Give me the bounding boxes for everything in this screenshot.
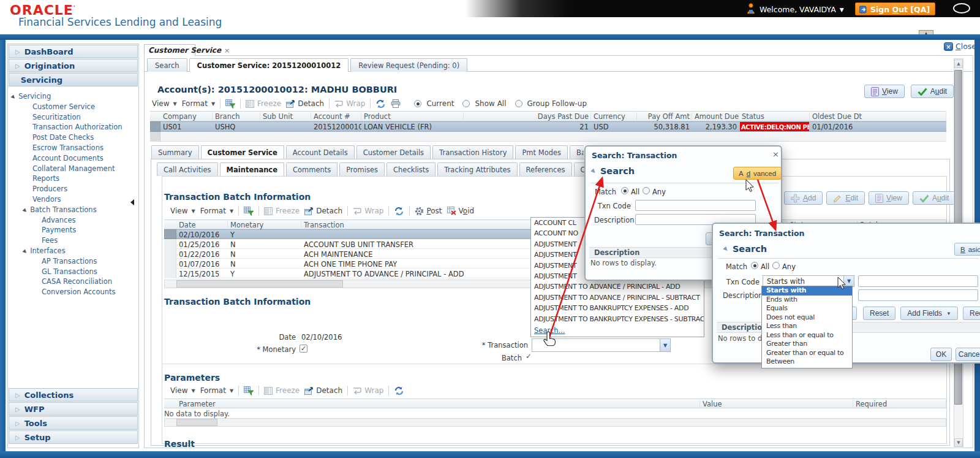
ok-button[interactable]: OK xyxy=(930,348,952,361)
column-header-days-past-due[interactable]: Days Past Due xyxy=(464,111,591,122)
sidebar-item-servicing[interactable]: ▶Servicing xyxy=(12,92,51,101)
reset-button[interactable]: Reset xyxy=(863,307,895,320)
scrollbar-up-icon[interactable]: ▲ xyxy=(954,59,963,68)
row-selector-cell[interactable] xyxy=(150,121,160,132)
refresh-icon[interactable] xyxy=(394,386,404,395)
horizontal-scrollbar-thumb[interactable] xyxy=(176,419,217,426)
combo-dropdown-icon[interactable]: ▼ xyxy=(660,339,670,351)
sidebar-accordion-tools[interactable]: ▷Tools xyxy=(9,416,138,430)
sidebar-item-gl-transactions[interactable]: GL Transactions xyxy=(42,267,97,276)
toolbar-detach-button[interactable]: Detach xyxy=(304,386,342,395)
reorder-button[interactable]: Reorder xyxy=(963,307,980,320)
sidebar-item-securitization[interactable]: Securitization xyxy=(32,113,81,121)
operator-item[interactable]: Less than xyxy=(762,322,852,331)
tab-promises[interactable]: Promises xyxy=(339,162,385,176)
popup2-txncode-input[interactable] xyxy=(858,275,978,287)
dropdown-item[interactable]: ADJUSTMENT TO BANKRUPTCY EXPENSES - ADD xyxy=(531,303,704,313)
column-header-company[interactable]: Company xyxy=(160,111,213,122)
tab-customer-service-20151200010012[interactable]: Customer Service: 20151200010012 xyxy=(189,58,349,72)
tree-expanded-icon[interactable]: ▶ xyxy=(10,94,17,101)
toolbar-wrap-button[interactable]: Wrap xyxy=(353,386,383,395)
toolbar-detach-button[interactable]: Detach xyxy=(304,207,342,215)
dropdown-item[interactable]: ADJUSTMENT TO ADVANCE / PRINCIPAL - SUBT… xyxy=(531,292,704,303)
batch-checkmark[interactable]: ✓ xyxy=(526,352,532,361)
column-header-status[interactable]: Status xyxy=(739,111,810,122)
column-header-oldest-due-dt[interactable]: Oldest Due Dt xyxy=(810,111,946,122)
horizontal-scrollbar[interactable] xyxy=(164,418,946,427)
popup2-description-input[interactable] xyxy=(858,289,978,301)
operator-dropdown-icon[interactable]: ▼ xyxy=(843,276,854,286)
tab-comments[interactable]: Comments xyxy=(286,162,337,176)
sidebar-accordion-collections[interactable]: ▷Collections xyxy=(9,388,138,402)
tab-review-request-pending-0-[interactable]: Review Request (Pending: 0) xyxy=(350,58,467,72)
refresh-icon[interactable] xyxy=(375,99,386,109)
advanced-button[interactable]: Advanced xyxy=(733,167,782,180)
column-header-sub-unit[interactable]: Sub Unit xyxy=(260,111,311,122)
row-selector-cell[interactable] xyxy=(164,269,176,278)
sidebar-item-collateral-management[interactable]: Collateral Management xyxy=(32,164,115,173)
sidebar-item-reports[interactable]: Reports xyxy=(32,174,59,183)
column-header-parameter[interactable]: Parameter xyxy=(176,399,700,410)
tab-summary[interactable]: Summary xyxy=(151,145,199,159)
view-txn-button[interactable]: View xyxy=(869,191,909,205)
query-by-example-icon[interactable] xyxy=(244,207,254,216)
operator-item[interactable]: Less than or equal to xyxy=(762,331,852,340)
tab-search[interactable]: Search xyxy=(147,58,187,72)
popup1-close-icon[interactable]: × xyxy=(772,150,779,159)
operator-item[interactable]: Starts with xyxy=(762,286,852,296)
sidebar-item-fees[interactable]: Fees xyxy=(42,236,58,245)
toolbar-wrap-button[interactable]: Wrap xyxy=(353,207,383,215)
row-selector-cell[interactable] xyxy=(164,239,176,249)
operator-item[interactable]: Greater than or equal to xyxy=(762,349,852,358)
tab-tracking-attributes[interactable]: Tracking Attributes xyxy=(437,162,517,176)
sidebar-collapse-handle[interactable] xyxy=(130,199,134,205)
toolbar-detach-button[interactable]: Detach xyxy=(286,99,324,108)
add-fields-button[interactable]: Add Fields▼ xyxy=(900,307,958,320)
sidebar-item-interfaces[interactable]: ▶Interfaces xyxy=(23,246,66,255)
sidebar-item-batch-transactions[interactable]: ▶Batch Transactions xyxy=(23,205,97,214)
sidebar-item-escrow-transactions[interactable]: Escrow Transactions xyxy=(32,143,104,152)
sign-out-button[interactable]: Sign Out [QA] xyxy=(855,2,935,15)
tab-customer-service[interactable]: Customer Service xyxy=(201,145,284,159)
close-button[interactable]: ×Close xyxy=(944,42,976,51)
column-header-required[interactable]: Required xyxy=(853,399,946,410)
sidebar-accordion-dashboard[interactable]: ▷DashBoard xyxy=(9,45,138,58)
toolbar-format-menu[interactable]: Format▼ xyxy=(200,207,233,215)
disclosure-icon2[interactable]: ▶ xyxy=(722,245,729,253)
edit-txn-button[interactable]: Edit xyxy=(826,191,865,205)
tab-call-activities[interactable]: Call Activities xyxy=(157,162,218,176)
column-header-currency[interactable]: Currency xyxy=(591,111,637,122)
popup2-match-any-radio[interactable] xyxy=(772,262,780,269)
tab-references[interactable]: References xyxy=(519,162,572,176)
window-tab-close-icon[interactable]: × xyxy=(224,47,230,55)
sidebar-item-transaction-authorization[interactable]: Transaction Authorization xyxy=(32,123,122,131)
void-button[interactable]: Void xyxy=(447,207,475,215)
sidebar-accordion-origination[interactable]: ▷Origination xyxy=(9,59,138,72)
sidebar-item-casa-reconciliation[interactable]: CASA Reconciliation xyxy=(42,277,112,286)
query-by-example-icon[interactable] xyxy=(225,99,235,109)
radio-show-all[interactable] xyxy=(462,100,470,107)
sidebar-item-account-documents[interactable]: Account Documents xyxy=(32,154,104,162)
tree-expanded-icon[interactable]: ▶ xyxy=(22,248,29,255)
sidebar-item-post-date-checks[interactable]: Post Date Checks xyxy=(32,133,94,142)
column-header-amount-due[interactable]: Amount Due xyxy=(692,111,739,122)
sidebar-item-advances[interactable]: Advances xyxy=(42,216,76,224)
column-header-branch[interactable]: Branch xyxy=(213,111,260,122)
row-selector-cell[interactable] xyxy=(164,229,176,239)
audit-button[interactable]: Audit xyxy=(911,85,954,98)
add-txn-button[interactable]: Add xyxy=(784,191,823,205)
toolbar-format-menu[interactable]: Format▼ xyxy=(200,386,233,395)
transaction-combo[interactable]: ▼ xyxy=(532,338,671,352)
view-button[interactable]: View xyxy=(864,85,905,98)
tab-bankruptcy[interactable]: Bankruptcy xyxy=(570,145,584,159)
toolbar-view-menu[interactable]: View▼ xyxy=(170,207,195,215)
sidebar-item-customer-service[interactable]: Customer Service xyxy=(32,102,95,111)
row-selector-cell[interactable] xyxy=(164,259,176,269)
popup1-match-all-radio[interactable] xyxy=(621,187,628,194)
dropdown-search-link[interactable]: Search... xyxy=(531,324,704,335)
operator-item[interactable]: Equals xyxy=(762,304,852,313)
disclosure-icon[interactable]: ▶ xyxy=(590,167,597,175)
operator-item[interactable]: Not between xyxy=(762,367,852,369)
sidebar-item-producers[interactable]: Producers xyxy=(32,185,67,193)
column-header-product[interactable]: Product xyxy=(361,111,464,122)
